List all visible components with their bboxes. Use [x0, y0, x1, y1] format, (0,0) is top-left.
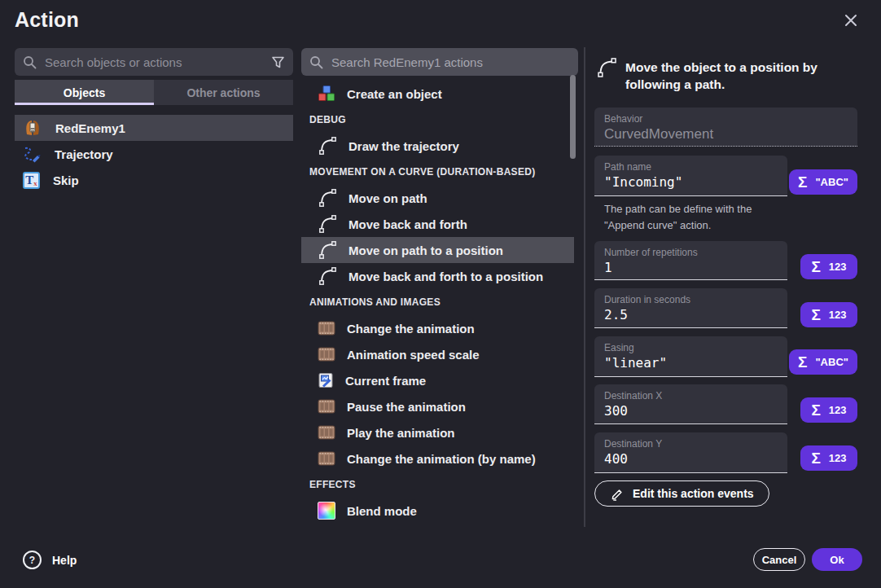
red-enemy-sprite-icon [23, 118, 42, 138]
curve-icon [318, 214, 337, 234]
expression-builder-button-path-name[interactable]: Σ "ABC" [789, 169, 857, 195]
left-panel-tabs: Objects Other actions [15, 80, 293, 105]
field-label: Behavior [594, 108, 857, 125]
help-button[interactable]: ? Help [23, 551, 77, 569]
field-value: 400 [594, 450, 787, 467]
object-label: Skip [53, 173, 79, 187]
field-easing[interactable]: Easing "linear" [594, 336, 787, 377]
action-item-play-animation[interactable]: Play the animation [301, 419, 574, 445]
text-object-icon: Tx [23, 172, 40, 189]
curve-icon [318, 136, 337, 156]
field-label: Duration in seconds [594, 288, 787, 305]
film-strip-icon [318, 451, 335, 466]
expression-builder-button-destination-x[interactable]: Σ 123 [800, 397, 857, 423]
field-behavior: Behavior CurvedMovement [594, 108, 857, 147]
expression-type-label: 123 [829, 261, 847, 273]
action-label: Create an object [347, 87, 442, 101]
action-item-move-back-and-forth-to-position[interactable]: Move back and forth to a position [301, 263, 574, 289]
field-label: Destination Y [594, 432, 787, 450]
field-path-name[interactable]: Path name "Incoming" [594, 156, 787, 196]
section-header-label: EFFECTS [309, 479, 356, 490]
close-icon [843, 12, 859, 29]
panel-divider [584, 47, 585, 527]
expression-type-label: 123 [829, 309, 847, 321]
action-item-move-back-and-forth[interactable]: Move back and forth [301, 211, 574, 237]
actions-list-scrollbar[interactable] [570, 75, 576, 159]
action-item-pause-animation[interactable]: Pause the animation [301, 393, 574, 419]
action-label: Pause the animation [347, 400, 466, 414]
field-value: 2.5 [594, 305, 787, 323]
expression-builder-button-repetitions[interactable]: Σ 123 [800, 254, 857, 279]
curve-icon [318, 188, 337, 208]
action-label: Change the animation [347, 322, 475, 336]
action-item-animation-speed-scale[interactable]: Animation speed scale [301, 341, 574, 367]
field-value: 1 [594, 258, 787, 275]
field-label: Number of repetitions [594, 241, 787, 258]
action-item-current-frame[interactable]: Current frame [301, 367, 574, 393]
section-header-label: MOVEMENT ON A CURVE (DURATION-BASED) [309, 166, 535, 178]
edit-action-events-button[interactable]: Edit this action events [594, 480, 769, 507]
object-row-redenemy1[interactable]: RedEnemy1 [15, 115, 293, 141]
curve-icon [596, 57, 617, 78]
object-label: Trajectory [55, 147, 113, 161]
object-row-skip[interactable]: Tx Skip [15, 167, 293, 193]
section-header-movement-curve: MOVEMENT ON A CURVE (DURATION-BASED) [301, 159, 574, 185]
tab-other-actions[interactable]: Other actions [154, 80, 293, 105]
action-dialog: Action Objects Other actions [0, 0, 881, 588]
action-item-blend-mode[interactable]: Blend mode [301, 498, 574, 524]
field-destination-x[interactable]: Destination X 300 [594, 384, 787, 424]
expression-type-label: 123 [829, 452, 847, 464]
help-label: Help [52, 554, 77, 567]
blend-mode-icon [318, 502, 335, 520]
field-duration-seconds[interactable]: Duration in seconds 2.5 [594, 288, 787, 328]
action-item-draw-trajectory[interactable]: Draw the trajectory [301, 133, 574, 159]
expression-builder-button-duration[interactable]: Σ 123 [800, 302, 857, 327]
sigma-icon: Σ [811, 259, 820, 274]
sigma-icon: Σ [811, 402, 820, 418]
action-item-change-animation-by-name[interactable]: Change the animation (by name) [301, 445, 574, 472]
action-item-move-on-path-to-position[interactable]: Move on path to a position [301, 237, 574, 263]
tab-objects-label: Objects [64, 86, 105, 99]
objects-search-input[interactable] [43, 55, 271, 70]
curve-icon [318, 266, 337, 286]
sigma-icon: Σ [798, 354, 807, 370]
action-label: Move back and forth to a position [348, 270, 543, 283]
actions-search-bar[interactable] [301, 48, 578, 76]
frame-document-icon [318, 372, 334, 388]
filter-funnel-icon[interactable] [271, 55, 285, 69]
action-label: Draw the trajectory [348, 139, 459, 153]
cancel-button[interactable]: Cancel [753, 548, 805, 571]
action-item-create-object[interactable]: Create an object [301, 81, 574, 107]
expression-builder-button-easing[interactable]: Σ "ABC" [789, 349, 857, 375]
action-label: Play the animation [347, 426, 455, 440]
field-label: Path name [594, 156, 787, 173]
field-value: "Incoming" [594, 173, 787, 190]
object-row-trajectory[interactable]: Trajectory [15, 141, 293, 167]
film-strip-icon [318, 399, 335, 414]
expression-type-label: "ABC" [815, 356, 848, 368]
action-label: Current frame [345, 374, 426, 388]
close-button[interactable] [840, 10, 861, 31]
field-label: Easing [594, 336, 787, 353]
action-label: Move back and forth [348, 217, 467, 231]
expression-builder-button-destination-y[interactable]: Σ 123 [800, 445, 857, 471]
cubes-icon [318, 85, 335, 103]
help-icon: ? [23, 551, 42, 569]
tab-objects[interactable]: Objects [15, 80, 154, 105]
action-label: Move on path to a position [348, 244, 503, 257]
search-icon [23, 55, 37, 69]
objects-search-bar[interactable] [15, 48, 293, 76]
field-value: "linear" [594, 353, 787, 371]
action-label: Change the animation (by name) [347, 452, 536, 466]
expression-type-label: 123 [829, 404, 847, 416]
actions-search-input[interactable] [330, 55, 570, 70]
field-destination-y[interactable]: Destination Y 400 [594, 432, 787, 473]
action-label: Animation speed scale [347, 348, 480, 362]
field-number-of-repetitions[interactable]: Number of repetitions 1 [594, 241, 787, 280]
ok-button[interactable]: Ok [812, 548, 862, 571]
sigma-icon: Σ [811, 450, 820, 466]
action-label: Blend mode [347, 504, 417, 518]
action-item-change-animation[interactable]: Change the animation [301, 315, 574, 341]
dialog-title: Action [15, 8, 79, 32]
action-item-move-on-path[interactable]: Move on path [301, 185, 574, 211]
